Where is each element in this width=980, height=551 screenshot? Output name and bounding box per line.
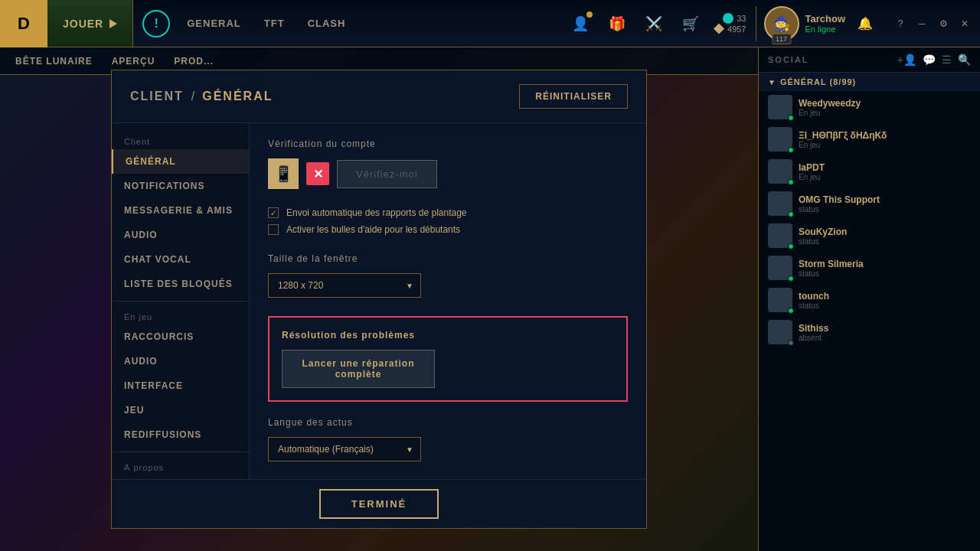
friend-status-text: status (799, 205, 971, 214)
friend-status-dot (788, 340, 794, 346)
nav-item-jeu[interactable]: JEU (112, 398, 249, 422)
breadcrumb-page: GÉNÉRAL (202, 90, 273, 103)
language-select[interactable]: Automatique (Français) (268, 437, 421, 461)
friend-info: Weedyweedzy En jeu (799, 98, 971, 117)
reset-button[interactable]: Réinitialiser (519, 84, 628, 109)
friend-status-text: status (799, 237, 971, 246)
friend-status-text: En jeu (799, 141, 971, 149)
nav-item-chat-vocal[interactable]: CHAT VOCAL (112, 247, 249, 272)
friend-list-item[interactable]: laPDT En jeu (759, 155, 980, 187)
friend-list-item[interactable]: Storm Silmeria status (759, 252, 980, 284)
username-section: Tarchow En ligne (805, 13, 846, 34)
alert-icon[interactable]: ! (142, 10, 170, 37)
friend-info: OMG This Support status (799, 194, 971, 214)
friend-status-dot (788, 243, 794, 249)
modal-header: CLIENT / GÉNÉRAL Réinitialiser (112, 70, 646, 123)
avatar[interactable]: 🧙 117 (764, 6, 799, 41)
settings-button[interactable]: ⚙ (936, 16, 951, 31)
nav-item-general[interactable]: GÉNÉRAL (112, 149, 249, 174)
friend-list-item[interactable]: SouKyZion status (759, 220, 980, 252)
friend-avatar (768, 256, 792, 280)
breadcrumb: CLIENT / GÉNÉRAL (130, 90, 273, 103)
nav-item-audio[interactable]: AUDIO (112, 223, 249, 247)
done-button[interactable]: TERMINÉ (319, 489, 439, 519)
nav-tft[interactable]: TFT (264, 14, 285, 33)
social-icons: +👤 💬 ☰ 🔍 (897, 54, 971, 66)
social-group-header[interactable]: ▼ GÉNÉRAL (8/99) (759, 73, 980, 91)
add-friend-icon[interactable]: +👤 (897, 54, 916, 66)
profile-icon-btn[interactable]: 👤 (567, 10, 594, 37)
friend-list-item[interactable]: Sithiss absent (759, 316, 980, 348)
social-header: SOCIAL +👤 💬 ☰ 🔍 (759, 47, 980, 73)
friend-info: Storm Silmeria status (799, 259, 971, 278)
friend-name: SouKyZion (799, 227, 971, 237)
top-nav-links: general TFT CLASH (187, 14, 345, 33)
shop-icon-btn[interactable]: 🛒 (677, 10, 704, 37)
nav-clash[interactable]: CLASH (308, 14, 346, 33)
settings-content: Vérification du compte 📱 ✕ Vérifiez-moi … (250, 123, 646, 479)
profile-icon: 👤 (572, 15, 589, 32)
help-button[interactable]: ? (893, 16, 908, 31)
minimize-button[interactable]: ─ (914, 16, 929, 31)
tools-icon-btn[interactable]: ⚔️ (640, 10, 668, 37)
friend-list-item[interactable]: ΞΙ_ΗΘΠβΓξ δΗΔηΚδ En jeu (759, 123, 980, 155)
settings-modal-overlay: CLIENT / GÉNÉRAL Réinitialiser Client GÉ… (0, 47, 758, 551)
verify-me-button[interactable]: Vérifiez-moi (337, 160, 437, 188)
friend-name: OMG This Support (799, 194, 971, 205)
language-section: Langue des actus Automatique (Français) … (268, 417, 628, 461)
nav-item-messagerie[interactable]: MESSAGERIE & AMIS (112, 198, 249, 223)
friend-status-text: En jeu (799, 109, 971, 117)
friend-name: Storm Silmeria (799, 259, 971, 269)
friend-name: Weedyweedzy (799, 98, 971, 109)
nav-accueil[interactable]: general (187, 14, 241, 33)
problem-resolution-box: Résolution des problèmes Lancer une répa… (268, 316, 628, 402)
nav-divider-2 (112, 452, 249, 452)
tools-icon: ⚔️ (645, 15, 662, 32)
friend-list-item[interactable]: Weedyweedzy En jeu (759, 91, 980, 123)
nav-item-notifications[interactable]: NOTIFICATIONS (112, 174, 249, 198)
chest-icon-btn[interactable]: 🎁 (603, 10, 631, 37)
friend-status-dot (788, 147, 794, 153)
play-button[interactable]: JOUER (47, 0, 133, 47)
friend-avatar (768, 95, 792, 119)
logo-button[interactable]: D (0, 0, 47, 47)
friend-status-dot (788, 211, 794, 217)
friend-status-text: status (799, 302, 971, 310)
checkbox-crash-reports[interactable] (268, 207, 279, 218)
friend-avatar (768, 159, 792, 184)
friend-info: laPDT En jeu (799, 162, 971, 181)
verify-section-title: Vérification du compte (268, 139, 628, 149)
friend-name: tounch (799, 291, 971, 302)
problem-title: Résolution des problèmes (282, 330, 614, 341)
search-social-icon[interactable]: 🔍 (958, 54, 971, 66)
settings-modal: CLIENT / GÉNÉRAL Réinitialiser Client GÉ… (111, 70, 647, 529)
topbar-right: 👤 🎁 ⚔️ 🛒 33 4957 🧙 117 (567, 6, 980, 41)
window-size-select[interactable]: 980 x 551 (268, 273, 421, 298)
checkbox-row-2: Activer les bulles d'aide pour les début… (268, 224, 628, 235)
friend-info: SouKyZion status (799, 227, 971, 246)
friend-list-item[interactable]: OMG This Support status (759, 187, 980, 220)
nav-item-audio-jeu[interactable]: AUDIO (112, 349, 249, 373)
chat-icon[interactable]: 💬 (923, 54, 936, 66)
breadcrumb-separator: / (191, 90, 194, 103)
modal-footer: TERMINÉ (112, 479, 646, 528)
friend-info: Sithiss absent (799, 323, 971, 342)
nav-item-liste-bloques[interactable]: LISTE DES BLOQUÉS (112, 272, 249, 296)
profile-section: 🧙 117 Tarchow En ligne (756, 6, 846, 41)
list-icon[interactable]: ☰ (942, 54, 952, 66)
window-size-select-wrapper: 980 x 551 ▼ (268, 273, 421, 298)
checkbox-help-bubbles[interactable] (268, 224, 279, 235)
nav-item-raccourcis[interactable]: RACCOURCIS (112, 324, 249, 349)
close-button[interactable]: ✕ (957, 16, 972, 31)
friend-name: Sithiss (799, 323, 971, 334)
friend-list-item[interactable]: tounch status (759, 284, 980, 316)
topbar: D JOUER ! general TFT CLASH 👤 🎁 ⚔️ 🛒 33 (0, 0, 980, 47)
friend-status-text: En jeu (799, 173, 971, 181)
nav-item-rediffusions[interactable]: REDIFFUSIONS (112, 422, 249, 447)
repair-button[interactable]: Lancer une réparation complète (282, 350, 435, 388)
x-status-icon: ✕ (306, 162, 329, 185)
verify-section: Vérification du compte 📱 ✕ Vérifiez-moi (268, 139, 628, 189)
bell-icon-btn[interactable]: 🔔 (854, 13, 876, 34)
friend-status-dot (788, 276, 794, 282)
nav-item-interface[interactable]: INTERFACE (112, 373, 249, 398)
